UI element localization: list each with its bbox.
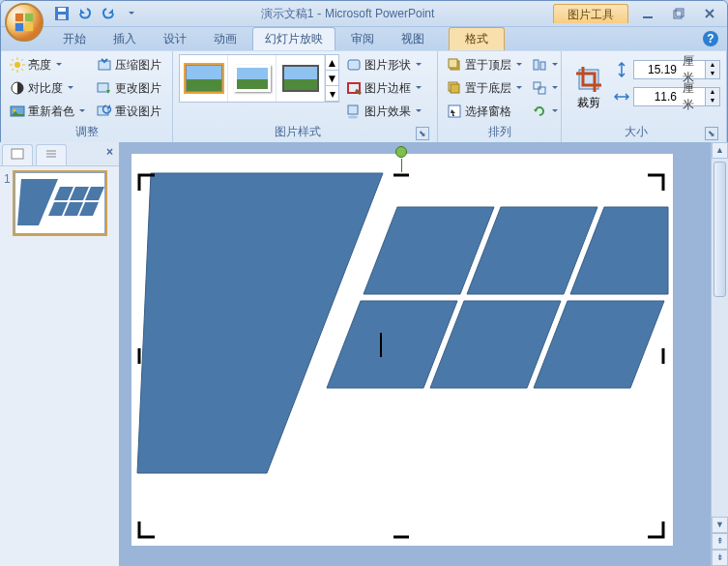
tab-home[interactable]: 开始 (51, 28, 98, 50)
picture-border-button[interactable]: 图片边框 (343, 77, 426, 99)
change-icon (97, 80, 112, 96)
send-back-icon (447, 80, 462, 96)
undo-button[interactable] (74, 3, 96, 24)
scroll-up[interactable]: ▲ (712, 142, 728, 159)
rotate-button[interactable] (531, 101, 561, 122)
svg-rect-27 (348, 105, 358, 114)
group-size: 裁剪 厘米▲▼ 厘米▲▼ 大小⬊ (562, 51, 727, 142)
svg-rect-8 (674, 11, 682, 18)
tab-design[interactable]: 设计 (152, 28, 198, 50)
restore-button[interactable] (665, 4, 692, 23)
svg-line-16 (21, 69, 23, 71)
ribbon-tabs: 开始 插入 设计 动画 幻灯片放映 审阅 视图 格式 (1, 27, 727, 50)
tab-slideshow[interactable]: 幻灯片放映 (252, 27, 335, 50)
scroll-thumb[interactable] (713, 162, 726, 297)
svg-rect-32 (451, 84, 459, 93)
svg-rect-36 (534, 82, 540, 89)
save-button[interactable] (51, 3, 73, 24)
selection-pane-button[interactable]: 选择窗格 (444, 101, 527, 122)
picture-effects-button[interactable]: 图片效果 (343, 101, 426, 122)
contextual-tab-title: 图片工具 (553, 4, 628, 23)
bring-front-button[interactable]: 置于顶层 (444, 54, 527, 75)
send-back-button[interactable]: 置于底层 (444, 77, 527, 99)
tab-animations[interactable]: 动画 (202, 28, 248, 50)
gallery-down[interactable]: ▼ (326, 71, 338, 86)
size-launcher[interactable]: ⬊ (705, 127, 718, 140)
slide-thumb-row[interactable]: 1 (0, 166, 119, 240)
tab-review[interactable]: 审阅 (339, 28, 386, 50)
slide-panel: × 1 (0, 142, 120, 566)
bring-front-icon (447, 57, 462, 73)
svg-rect-39 (12, 149, 23, 159)
group-button[interactable] (531, 77, 561, 99)
svg-rect-35 (540, 62, 545, 70)
svg-rect-25 (348, 60, 360, 70)
height-icon (614, 62, 629, 77)
slides-tab[interactable] (2, 144, 33, 165)
gallery-more[interactable]: ▾ (326, 86, 338, 102)
style-gallery[interactable]: ▲ ▼ ▾ (179, 54, 339, 103)
help-icon[interactable]: ? (703, 31, 718, 46)
pane-close[interactable]: × (101, 142, 119, 165)
scroll-down[interactable]: ▼ (712, 517, 728, 533)
tab-format[interactable]: 格式 (449, 27, 505, 50)
outline-tab[interactable] (36, 144, 67, 165)
outline-tab-icon (44, 148, 58, 160)
tab-insert[interactable]: 插入 (102, 28, 148, 50)
border-icon (346, 80, 362, 96)
style-item-1[interactable] (180, 55, 228, 102)
width-spinner[interactable]: 厘米▲▼ (633, 87, 720, 106)
minimize-button[interactable] (634, 4, 661, 23)
svg-rect-30 (449, 59, 457, 68)
tab-view[interactable]: 视图 (390, 28, 436, 50)
selection-pane-icon (447, 104, 462, 119)
ribbon: 亮度 对比度 重新着色 压缩图片 更改图片 重设图片 调整 ▲ ▼ ▾ (1, 50, 727, 143)
recolor-button[interactable]: 重新着色 (7, 101, 90, 122)
svg-rect-6 (58, 15, 66, 19)
redo-button[interactable] (98, 3, 119, 24)
width-up[interactable]: ▲ (706, 88, 719, 97)
compress-button[interactable]: 压缩图片 (94, 54, 164, 75)
svg-rect-5 (58, 8, 66, 12)
reset-picture-button[interactable]: 重设图片 (94, 101, 164, 122)
svg-rect-0 (15, 14, 23, 21)
brightness-button[interactable]: 亮度 (7, 54, 90, 75)
svg-rect-1 (25, 14, 33, 21)
office-button[interactable] (5, 3, 44, 42)
change-picture-button[interactable]: 更改图片 (94, 77, 164, 99)
style-item-2[interactable] (228, 55, 277, 102)
slide-canvas[interactable]: ▲ ▼ ⇞ ⇟ (120, 142, 728, 566)
shape-icon (346, 57, 362, 73)
height-up[interactable]: ▲ (706, 61, 719, 70)
slide-thumbnail-1[interactable] (15, 172, 105, 234)
rotation-handle[interactable] (395, 146, 407, 158)
prev-slide[interactable]: ⇞ (712, 533, 728, 550)
width-input[interactable] (634, 90, 679, 104)
vertical-scrollbar[interactable]: ▲ ▼ ⇞ ⇟ (711, 142, 728, 566)
width-down[interactable]: ▼ (706, 97, 719, 105)
height-spinner[interactable]: 厘米▲▼ (633, 60, 720, 79)
svg-point-28 (348, 116, 358, 119)
styles-launcher[interactable]: ⬊ (416, 127, 429, 140)
svg-rect-37 (539, 87, 545, 94)
group-adjust: 亮度 对比度 重新着色 压缩图片 更改图片 重设图片 调整 (1, 51, 173, 142)
align-icon (532, 57, 547, 73)
recolor-icon (10, 104, 25, 119)
gallery-scroll: ▲ ▼ ▾ (325, 55, 338, 102)
close-button[interactable] (696, 4, 723, 23)
qat-customize[interactable] (121, 3, 142, 24)
picture-shape-button[interactable]: 图片形状 (343, 54, 426, 75)
style-item-3[interactable] (277, 55, 325, 102)
group-arrange: 置于顶层 置于底层 选择窗格 排列 (438, 51, 562, 142)
height-input[interactable] (634, 63, 679, 76)
contrast-button[interactable]: 对比度 (7, 77, 90, 99)
effects-icon (346, 104, 362, 119)
next-slide[interactable]: ⇟ (712, 550, 728, 566)
selection-box[interactable] (137, 173, 665, 539)
crop-button[interactable]: 裁剪 (568, 54, 610, 120)
align-button[interactable] (531, 54, 561, 75)
window-title: 演示文稿1 - Microsoft PowerPoint (142, 6, 553, 22)
gallery-up[interactable]: ▲ (326, 55, 338, 71)
svg-line-17 (21, 59, 23, 61)
height-down[interactable]: ▼ (706, 70, 719, 78)
